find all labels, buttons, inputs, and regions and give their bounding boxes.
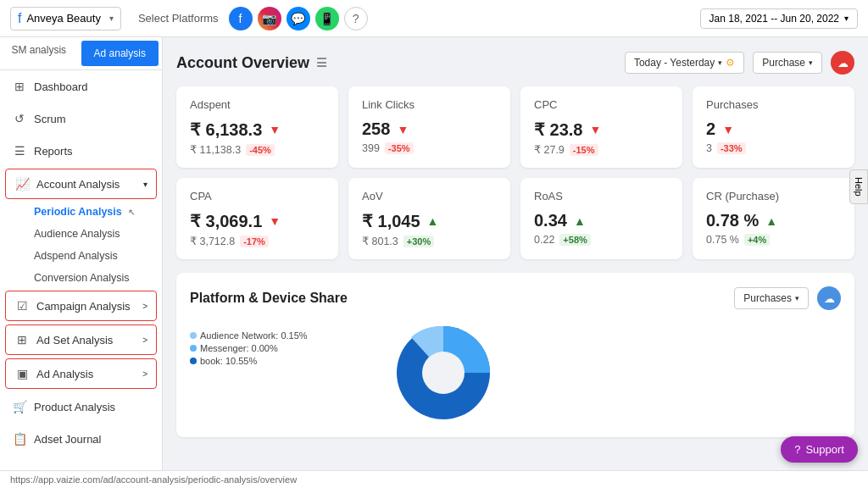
sidebar-sub-conversion-analysis[interactable]: Conversion Analysis [0, 267, 162, 289]
adset-analysis-icon: ⊞ [14, 332, 30, 347]
up-arrow-icon: ▲ [427, 214, 439, 228]
metric-title: Link Clicks [362, 98, 497, 111]
statusbar: https://app.vaizie.com/ad/account-analys… [0, 470, 868, 488]
down-arrow-icon: ▼ [269, 123, 281, 136]
platform-chart-area: Audience Network: 0.15%Messenger: 0.00%b… [190, 322, 841, 424]
date-range-selector[interactable]: Jan 18, 2021 -- Jun 20, 2022 ▾ [700, 8, 858, 29]
today-yesterday-selector[interactable]: Today - Yesterday ▾ ⚙ [625, 52, 744, 74]
topbar: f Anveya Beauty ▾ Select Platforms f 📷 💬… [0, 0, 868, 37]
svg-point-1 [422, 352, 465, 394]
messenger-platform-icon[interactable]: 💬 [287, 7, 310, 30]
tab-ad-analysis[interactable]: Ad analysis [81, 41, 159, 66]
sidebar-tabs: SM analysis Ad analysis [0, 37, 162, 70]
metric-prev-value: 3 [706, 142, 712, 154]
date-range-text: Jan 18, 2021 -- Jun 20, 2022 [709, 13, 839, 25]
help-tab[interactable]: Help [849, 169, 868, 204]
down-arrow-icon: ▼ [722, 123, 734, 136]
today-yesterday-label: Today - Yesterday [634, 57, 715, 69]
metric-pct-badge: +58% [559, 234, 590, 246]
sidebar-label-scrum: Scrum [34, 113, 66, 125]
support-button[interactable]: ? Support [781, 436, 858, 463]
metric-card-adspent: Adspent ₹ 6,138.3 ▼ ₹ 11,138.3 -45% [176, 86, 338, 168]
main-layout: SM analysis Ad analysis ⊞ Dashboard ↺ Sc… [0, 37, 868, 470]
account-analysis-chevron-icon: ▾ [143, 180, 147, 189]
filter-icon[interactable]: ☰ [316, 56, 327, 69]
sidebar-sub-audience-analysis[interactable]: Audience Analysis [0, 223, 162, 245]
metric-title: AoV [362, 190, 497, 202]
adset-journal-icon: 📋 [12, 431, 27, 446]
help-platform-icon[interactable]: ? [344, 7, 368, 30]
sidebar-item-product-analysis[interactable]: 🛒 Product Analysis [0, 391, 162, 423]
sidebar-item-adset-journal[interactable]: 📋 Adset Journal [0, 423, 162, 455]
sidebar-item-ad-analysis[interactable]: ▣ Ad Analysis > [5, 358, 157, 389]
whatsapp-platform-icon[interactable]: 📱 [315, 7, 339, 30]
main-content: Account Overview ☰ Today - Yesterday ▾ ⚙… [163, 37, 868, 470]
down-arrow-icon: ▼ [269, 214, 281, 228]
sidebar-item-scrum[interactable]: ↺ Scrum [0, 103, 162, 135]
metric-sub-value: 399 -35% [362, 142, 497, 154]
platform-purchases-selector[interactable]: Purchases ▾ [734, 287, 809, 309]
sidebar-label-campaign-analysis: Campaign Analysis [36, 300, 131, 313]
pie-dot [190, 358, 197, 364]
up-arrow-icon: ▲ [765, 214, 777, 228]
periodic-analysis-label: Periodic Analysis [34, 206, 122, 218]
metric-main-value: 0.78 % ▲ [706, 211, 841, 230]
pie-label-text: Messenger: 0.00% [200, 343, 278, 353]
metric-sub-value: 0.22 +58% [534, 234, 669, 246]
reports-icon: ☰ [12, 143, 27, 158]
pie-legend-item: Messenger: 0.00% [190, 343, 308, 353]
pie-dot [190, 332, 197, 339]
metric-pct-badge: +4% [744, 234, 770, 246]
metric-card-cpa: CPA ₹ 3,069.1 ▼ ₹ 3,712.8 -17% [176, 178, 338, 259]
sidebar-item-campaign-analysis[interactable]: ☑ Campaign Analysis > [5, 291, 157, 321]
campaign-analysis-icon: ☑ [14, 298, 30, 313]
sidebar-label-adset-journal: Adset Journal [34, 433, 102, 446]
metric-title: CPA [190, 190, 325, 202]
sidebar-item-adset-analysis[interactable]: ⊞ Ad Set Analysis > [5, 324, 157, 355]
account-overview-header: Account Overview ☰ Today - Yesterday ▾ ⚙… [176, 51, 854, 75]
account-selector[interactable]: f Anveya Beauty ▾ [10, 7, 121, 30]
today-chevron-icon: ▾ [718, 58, 722, 67]
metric-sub-value: ₹ 3,712.8 -17% [190, 235, 325, 247]
support-icon: ? [794, 443, 800, 456]
platform-cloud-icon[interactable]: ☁ [817, 286, 841, 310]
adspend-analysis-label: Adspend Analysis [34, 250, 118, 262]
metric-pct-badge: +30% [403, 236, 434, 247]
metric-pct-badge: -17% [240, 236, 269, 247]
metric-pct-badge: -15% [570, 144, 598, 156]
tab-sm-analysis[interactable]: SM analysis [0, 37, 78, 69]
metric-main-value: 2 ▼ [706, 119, 841, 139]
metric-prev-value: 0.75 % [706, 234, 739, 246]
gear-icon[interactable]: ⚙ [726, 57, 735, 69]
platform-device-section: Platform & Device Share Purchases ▾ ☁ Au… [176, 273, 854, 437]
metric-main-value: ₹ 3,069.1 ▼ [190, 211, 325, 231]
facebook-platform-icon[interactable]: f [229, 7, 253, 30]
sidebar-sub-periodic-analysis[interactable]: Periodic Analysis ↖ [0, 201, 162, 223]
sidebar-label-product-analysis: Product Analysis [34, 401, 115, 413]
account-analysis-icon: 📈 [14, 176, 30, 191]
sidebar-sub-adspend-analysis[interactable]: Adspend Analysis [0, 245, 162, 267]
account-name: Anveya Beauty [26, 12, 100, 25]
sidebar-item-reports[interactable]: ☰ Reports [0, 135, 162, 167]
upload-icon[interactable]: ☁ [831, 51, 854, 75]
platform-purchases-chevron-icon: ▾ [795, 294, 799, 302]
down-arrow-icon: ▼ [589, 123, 601, 136]
instagram-platform-icon[interactable]: 📷 [258, 7, 281, 30]
select-platforms-label: Select Platforms [138, 12, 219, 25]
metric-card-roas: RoAS 0.34 ▲ 0.22 +58% [520, 178, 682, 259]
metric-main-value: 258 ▼ [362, 119, 497, 139]
metric-cards-grid: Adspent ₹ 6,138.3 ▼ ₹ 11,138.3 -45% Link… [176, 86, 854, 259]
platform-controls: Purchases ▾ ☁ [734, 286, 841, 310]
metric-prev-value: ₹ 27.9 [534, 143, 565, 156]
platform-header: Platform & Device Share Purchases ▾ ☁ [190, 286, 841, 310]
status-url: https://app.vaizie.com/ad/account-analys… [10, 474, 297, 485]
sidebar-item-dashboard[interactable]: ⊞ Dashboard [0, 70, 162, 103]
metric-sub-value: ₹ 11,138.3 -45% [190, 143, 325, 156]
purchase-selector[interactable]: Purchase ▾ [753, 52, 822, 74]
account-overview-title: Account Overview ☰ [176, 54, 327, 72]
sidebar-item-account-analysis[interactable]: 📈 Account Analysis ▾ [5, 169, 157, 199]
metric-pct-badge: -33% [717, 142, 746, 154]
cursor-icon: ↖ [128, 208, 135, 217]
metric-prev-value: ₹ 3,712.8 [190, 235, 235, 247]
sidebar: SM analysis Ad analysis ⊞ Dashboard ↺ Sc… [0, 37, 163, 470]
